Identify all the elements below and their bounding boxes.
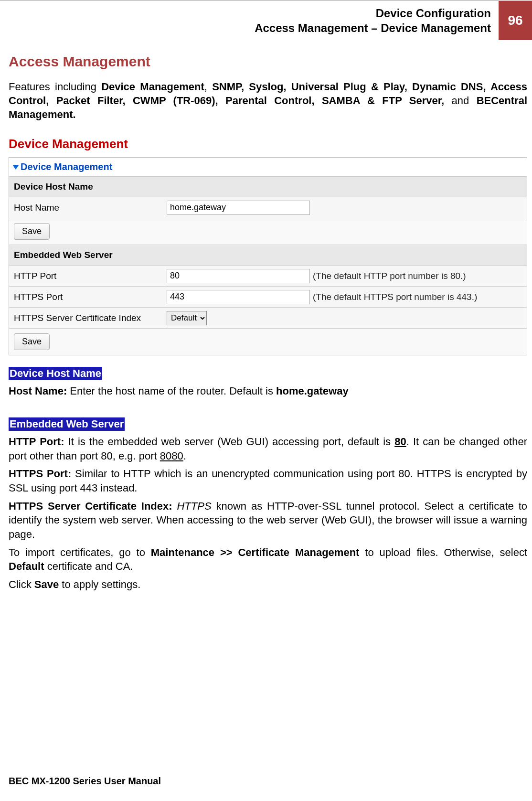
https-port-hint: (The default HTTPS port number is 443.) bbox=[313, 292, 477, 302]
header-line-2: Access Management – Device Management bbox=[255, 21, 491, 35]
save-description: Click Save to apply settings. bbox=[9, 577, 527, 592]
https-cert-row: HTTPS Server Certificate Index Default bbox=[9, 308, 527, 329]
host-name-label: Host Name bbox=[14, 203, 167, 213]
host-name-description: Host Name: Enter the host name of the ro… bbox=[9, 384, 527, 398]
page-number: 96 bbox=[499, 1, 532, 40]
band-embedded-web-server: Embedded Web Server bbox=[9, 417, 125, 431]
header-text: Device Configuration Access Management –… bbox=[255, 1, 499, 40]
footer-text: BEC MX-1200 Series User Manual bbox=[9, 776, 161, 787]
section-title: Device Management bbox=[9, 137, 527, 151]
page-title: Access Management bbox=[9, 53, 527, 70]
section-embedded-web-server: Embedded Web Server bbox=[9, 245, 527, 266]
http-port-description: HTTP Port: It is the embedded web server… bbox=[9, 435, 527, 463]
http-port-label: HTTP Port bbox=[14, 271, 167, 281]
device-management-panel: Device Management Device Host Name Host … bbox=[9, 157, 527, 355]
section-device-host-name: Device Host Name bbox=[9, 177, 527, 197]
page-header: Device Configuration Access Management –… bbox=[0, 0, 532, 40]
https-cert-description: HTTPS Server Certificate Index: HTTPS kn… bbox=[9, 499, 527, 542]
https-port-row: HTTPS Port (The default HTTPS port numbe… bbox=[9, 287, 527, 308]
http-port-row: HTTP Port (The default HTTP port number … bbox=[9, 266, 527, 287]
https-port-description: HTTPS Port: Similar to HTTP which is an … bbox=[9, 467, 527, 495]
https-port-input[interactable] bbox=[167, 290, 310, 304]
save-row-2: Save bbox=[9, 329, 527, 355]
header-line-1: Device Configuration bbox=[255, 6, 491, 21]
http-port-input[interactable] bbox=[167, 269, 310, 283]
save-row-1: Save bbox=[9, 218, 527, 245]
panel-title-text: Device Management bbox=[21, 161, 112, 172]
import-cert-description: To import certificates, go to Maintenanc… bbox=[9, 545, 527, 574]
chevron-down-icon bbox=[13, 165, 19, 170]
https-cert-label: HTTPS Server Certificate Index bbox=[14, 313, 167, 323]
https-port-label: HTTPS Port bbox=[14, 292, 167, 302]
host-name-row: Host Name bbox=[9, 197, 527, 218]
intro-paragraph: Features including Device Management, SN… bbox=[9, 80, 527, 121]
panel-title-bar: Device Management bbox=[9, 158, 527, 177]
host-name-input[interactable] bbox=[167, 201, 310, 215]
save-button-2[interactable]: Save bbox=[14, 333, 50, 350]
http-port-hint: (The default HTTP port number is 80.) bbox=[313, 271, 466, 281]
save-button-1[interactable]: Save bbox=[14, 223, 50, 240]
https-cert-select[interactable]: Default bbox=[167, 311, 207, 325]
band-device-host-name: Device Host Name bbox=[9, 367, 102, 380]
